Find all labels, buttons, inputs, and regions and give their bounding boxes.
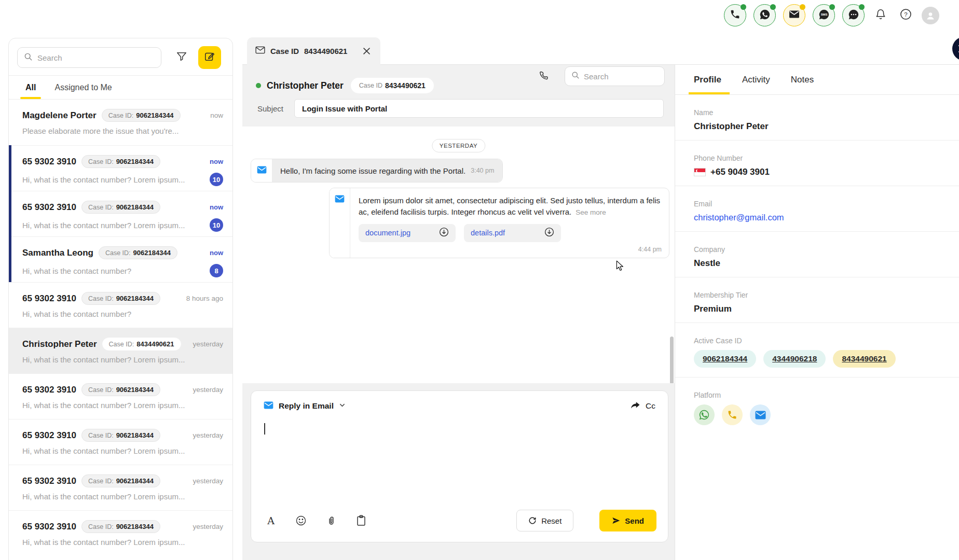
tab-all[interactable]: All xyxy=(25,76,36,99)
conversation-preview: Hi, what is the contact number? Lorem ip… xyxy=(22,221,185,230)
sidebar-tabs: All Assigned to Me xyxy=(9,76,232,100)
attach-file-button[interactable] xyxy=(325,514,337,527)
case-tab[interactable]: Case ID 8434490621 xyxy=(247,37,380,65)
notifications-button[interactable] xyxy=(872,7,889,24)
chevron-down-icon[interactable] xyxy=(339,401,346,411)
envelope-icon xyxy=(789,10,800,21)
attachment-document-jpg[interactable]: document.jpg xyxy=(359,224,456,242)
profile-field-value: Christopher Peter xyxy=(694,121,959,132)
chat-bubble-icon xyxy=(848,9,859,22)
app-window: SMS ? xyxy=(0,0,959,560)
active-case-pill[interactable]: 9062184344 xyxy=(694,350,756,368)
whatsapp-channel-button[interactable] xyxy=(754,4,776,26)
outgoing-message: Lorem ipsum dolor sit amet, consectetur … xyxy=(329,188,669,258)
list-item[interactable]: 65 9302 3910 Case ID:9062184344 8 hours … xyxy=(9,282,232,328)
conversation-preview: Hi, what is the contact number? Lorem ip… xyxy=(22,175,185,184)
case-id-badge: Case ID:9062184344 xyxy=(81,520,160,533)
close-tab-icon[interactable] xyxy=(361,46,372,57)
list-item[interactable]: Samantha Leong Case ID:9062184344 now Hi… xyxy=(9,236,232,282)
case-tab-label: Case ID xyxy=(270,47,299,55)
download-icon[interactable] xyxy=(544,227,554,239)
message-text: Lorem ipsum dolor sit amet, consectetur … xyxy=(359,196,660,216)
conversation-preview: Hi, what is the contact number? Lorem ip… xyxy=(22,538,185,547)
reply-mode-selector[interactable]: Reply in Email xyxy=(279,401,334,411)
templates-button[interactable] xyxy=(355,514,367,527)
conversation-name: 65 9302 3910 xyxy=(22,202,76,213)
email-platform-button[interactable] xyxy=(750,404,771,425)
attachment-details-pdf[interactable]: details.pdf xyxy=(464,224,561,242)
status-dot xyxy=(770,4,776,10)
unread-badge: 10 xyxy=(210,218,223,232)
filter-button[interactable] xyxy=(174,50,189,65)
sms-channel-button[interactable]: SMS xyxy=(813,4,835,26)
tab-activity[interactable]: Activity xyxy=(742,65,770,94)
download-icon[interactable] xyxy=(439,227,449,239)
envelope-icon xyxy=(255,46,265,56)
email-link[interactable]: christopher@gmail.com xyxy=(694,213,959,222)
conversation-name: Christopher Peter xyxy=(22,339,97,349)
tab-notes[interactable]: Notes xyxy=(791,65,814,94)
list-item[interactable]: Christopher Peter Case ID:8434490621 yes… xyxy=(9,328,232,373)
profile-field-value: Premium xyxy=(694,304,959,314)
list-item[interactable]: 65 9302 3910 Case ID:9062184344 yesterda… xyxy=(9,373,232,419)
scrollbar-thumb[interactable] xyxy=(670,337,674,383)
status-dot xyxy=(800,4,805,10)
status-dot xyxy=(741,4,746,10)
voice-channel-button[interactable] xyxy=(724,4,746,26)
compose-button[interactable] xyxy=(198,46,221,69)
phone-icon xyxy=(730,9,741,22)
list-item[interactable]: 65 9302 3910 Case ID:9062184344 yesterda… xyxy=(9,419,232,465)
reply-compose-area[interactable] xyxy=(251,417,668,510)
sidebar-search-input[interactable] xyxy=(37,53,155,62)
conversation-time: 8 hours ago xyxy=(186,295,223,302)
reset-button[interactable]: Reset xyxy=(516,510,573,531)
list-item[interactable]: Magdelene Porter Case ID:9062184344 now … xyxy=(9,100,232,145)
collapse-panel-button[interactable] xyxy=(952,37,959,61)
conversation-preview: Hi, what is the contact number? xyxy=(22,310,131,318)
mouse-cursor xyxy=(615,260,625,274)
emoji-button[interactable] xyxy=(295,514,307,527)
conversation-time: now xyxy=(210,249,223,257)
user-avatar[interactable] xyxy=(922,7,939,24)
list-item[interactable]: 65 9302 3910 Case ID:9062184344 now Hi, … xyxy=(9,145,232,191)
profile-field-label: Email xyxy=(694,200,959,208)
conversation-time: now xyxy=(210,111,223,119)
contact-name: Christopher Peter xyxy=(267,80,344,91)
livechat-channel-button[interactable] xyxy=(842,4,865,26)
cc-toggle[interactable]: Cc xyxy=(630,400,655,412)
reply-composer: Reply in Email Cc A xyxy=(251,390,668,542)
send-button[interactable]: Send xyxy=(599,510,656,531)
active-case-pill[interactable]: 4344906218 xyxy=(763,350,826,368)
conversation-name: Magdelene Porter xyxy=(22,110,97,121)
message-search-input[interactable] xyxy=(584,72,658,81)
case-id-badge: Case ID 8434490621 xyxy=(351,78,434,93)
case-id-badge: Case ID:9062184344 xyxy=(81,429,160,442)
message-search xyxy=(565,66,665,86)
voice-platform-button[interactable] xyxy=(722,404,743,425)
see-more-link[interactable]: See more xyxy=(576,208,606,216)
incoming-message: Hello, I'm facing some issue regarding w… xyxy=(251,159,503,183)
list-item[interactable]: 65 9302 3910 Case ID:9062184344 now Hi, … xyxy=(9,191,232,236)
funnel-icon xyxy=(176,51,187,64)
tab-assigned-to-me[interactable]: Assigned to Me xyxy=(54,76,112,99)
list-item[interactable]: 65 9302 3910 Case ID:9062184344 yesterda… xyxy=(9,465,232,510)
conversation-time: now xyxy=(210,158,223,165)
profile-field-label: Membership Tier xyxy=(694,291,959,299)
subject-input[interactable] xyxy=(294,99,664,118)
sidebar-search xyxy=(17,47,161,68)
message-thread: YESTERDAY Hello, I'm facing some issue r… xyxy=(242,127,675,383)
list-item[interactable]: 65 9302 3910 Case ID:9062184344 yesterda… xyxy=(9,510,232,556)
conversation-sidebar: All Assigned to Me Magdelene Porter Case… xyxy=(8,38,233,560)
whatsapp-platform-button[interactable] xyxy=(694,404,715,425)
email-channel-button[interactable] xyxy=(783,4,805,26)
case-id-badge: Case ID:8434490621 xyxy=(102,338,181,351)
conversation-name: 65 9302 3910 xyxy=(22,385,76,395)
case-tab-id: 8434490621 xyxy=(304,47,347,55)
active-case-pill[interactable]: 8434490621 xyxy=(833,350,895,368)
help-button[interactable]: ? xyxy=(897,7,914,24)
phone-icon xyxy=(727,410,737,420)
conversation-time: yesterday xyxy=(193,523,223,530)
tab-profile[interactable]: Profile xyxy=(694,65,721,94)
call-contact-button[interactable] xyxy=(538,70,552,83)
text-format-button[interactable]: A xyxy=(265,514,277,527)
